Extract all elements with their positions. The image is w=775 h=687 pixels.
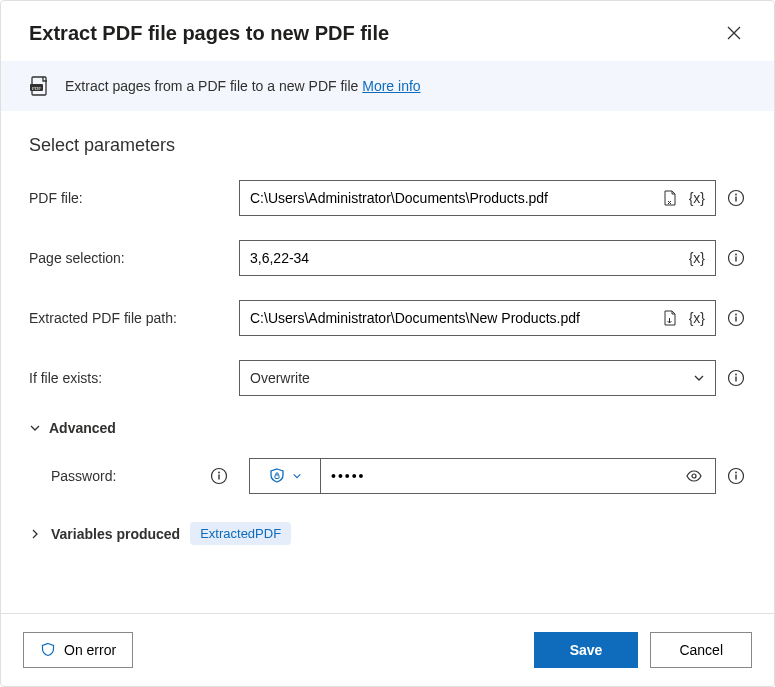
shield-icon [40, 642, 56, 658]
svg-point-10 [735, 314, 737, 316]
chevron-right-icon[interactable] [29, 528, 41, 540]
row-extracted-path: Extracted PDF file path: {x} [29, 300, 746, 336]
info-icon [727, 467, 745, 485]
label-if-exists: If file exists: [29, 370, 239, 386]
chevron-down-icon [292, 471, 302, 481]
info-text-line: Extract pages from a PDF file to a new P… [65, 78, 421, 94]
extracted-path-input-wrap: {x} [239, 300, 716, 336]
row-page-selection: Page selection: {x} [29, 240, 746, 276]
dialog-footer: On error Save Cancel [1, 613, 774, 686]
svg-text:PDF: PDF [32, 86, 41, 91]
on-error-label: On error [64, 642, 116, 658]
info-icon [727, 189, 745, 207]
cancel-button[interactable]: Cancel [650, 632, 752, 668]
info-button[interactable] [726, 466, 746, 486]
file-picker-button[interactable] [659, 307, 681, 329]
chevron-down-icon [693, 372, 705, 384]
svg-rect-18 [275, 475, 279, 479]
file-open-icon [662, 190, 678, 206]
file-save-icon [662, 310, 678, 326]
info-button[interactable] [209, 466, 229, 486]
on-error-button[interactable]: On error [23, 632, 133, 668]
label-page-selection: Page selection: [29, 250, 239, 266]
variable-token-button[interactable]: {x} [687, 190, 707, 206]
variables-produced-label: Variables produced [51, 526, 180, 542]
info-icon [210, 467, 228, 485]
svg-rect-11 [735, 317, 736, 322]
row-password: Password: [51, 458, 746, 494]
reveal-password-button[interactable] [683, 465, 705, 487]
info-icon [727, 309, 745, 327]
chevron-down-icon [29, 422, 41, 434]
pdf-icon: PDF [29, 75, 51, 97]
info-bar: PDF Extract pages from a PDF file to a n… [1, 61, 774, 111]
variables-produced-row: Variables produced ExtractedPDF [29, 522, 746, 545]
variable-token-button[interactable]: {x} [687, 250, 707, 266]
dialog-title: Extract PDF file pages to new PDF file [29, 22, 389, 45]
label-pdf-file: PDF file: [29, 190, 239, 206]
if-exists-selected: Overwrite [250, 370, 310, 386]
pdf-file-input[interactable] [250, 181, 653, 215]
secure-input-type-picker[interactable] [249, 458, 321, 494]
info-button[interactable] [726, 188, 746, 208]
label-extracted-path: Extracted PDF file path: [29, 310, 239, 326]
svg-rect-5 [735, 197, 736, 202]
page-selection-input-wrap: {x} [239, 240, 716, 276]
save-button[interactable]: Save [534, 632, 639, 668]
password-input[interactable] [331, 468, 675, 484]
dialog-header: Extract PDF file pages to new PDF file [1, 1, 774, 61]
info-text: Extract pages from a PDF file to a new P… [65, 78, 362, 94]
svg-rect-8 [735, 257, 736, 262]
variable-badge[interactable]: ExtractedPDF [190, 522, 291, 545]
pdf-file-input-wrap: {x} [239, 180, 716, 216]
variable-token-button[interactable]: {x} [687, 310, 707, 326]
more-info-link[interactable]: More info [362, 78, 420, 94]
eye-icon [685, 467, 703, 485]
info-button[interactable] [726, 368, 746, 388]
info-icon [727, 249, 745, 267]
svg-rect-22 [735, 475, 736, 480]
password-input-wrap [321, 458, 716, 494]
if-exists-select[interactable]: Overwrite [239, 360, 716, 396]
svg-rect-14 [735, 377, 736, 382]
close-icon [727, 26, 741, 40]
svg-point-4 [735, 194, 737, 196]
svg-point-13 [735, 374, 737, 376]
row-if-exists: If file exists: Overwrite [29, 360, 746, 396]
row-pdf-file: PDF file: {x} [29, 180, 746, 216]
svg-point-7 [735, 254, 737, 256]
advanced-toggle[interactable]: Advanced [29, 420, 746, 436]
dialog: Extract PDF file pages to new PDF file P… [0, 0, 775, 687]
close-button[interactable] [722, 21, 746, 45]
shield-lock-icon [268, 467, 286, 485]
dialog-content: Select parameters PDF file: {x} [1, 111, 774, 613]
file-picker-button[interactable] [659, 187, 681, 209]
info-button[interactable] [726, 248, 746, 268]
svg-rect-17 [218, 475, 219, 480]
extracted-path-input[interactable] [250, 301, 653, 335]
advanced-label: Advanced [49, 420, 116, 436]
svg-point-16 [218, 472, 220, 474]
label-password: Password: [51, 468, 116, 484]
info-icon [727, 369, 745, 387]
section-title: Select parameters [29, 135, 746, 156]
svg-point-19 [692, 474, 696, 478]
info-button[interactable] [726, 308, 746, 328]
svg-point-21 [735, 472, 737, 474]
page-selection-input[interactable] [250, 241, 681, 275]
